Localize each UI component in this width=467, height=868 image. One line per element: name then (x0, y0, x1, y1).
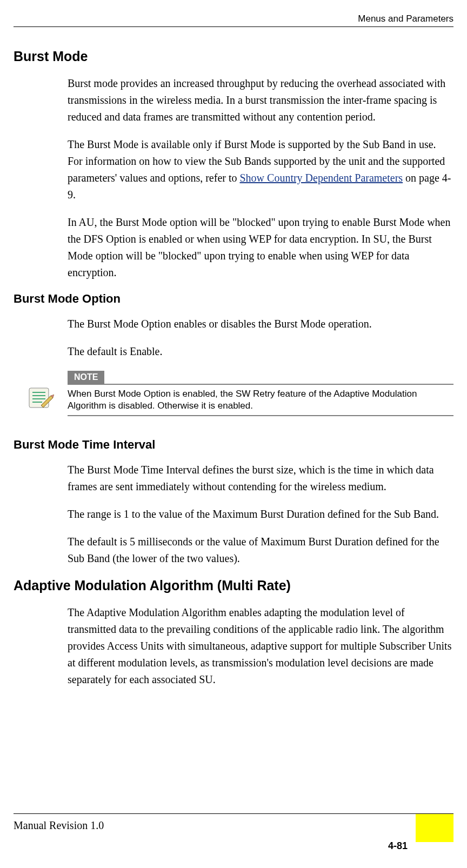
heading-adaptive-modulation: Adaptive Modulation Algorithm (Multi Rat… (14, 578, 453, 593)
page-footer: Manual Revision 1.0 4-81 (14, 812, 453, 852)
paragraph: The default is Enable. (68, 343, 453, 360)
paragraph: The default is 5 milliseconds or the val… (68, 533, 453, 567)
paragraph: The Burst Mode Time Interval defines the… (68, 462, 453, 495)
running-header: Menus and Parameters (14, 14, 453, 27)
note-box: NOTE When Burst Mode Option is enabled, … (14, 371, 453, 416)
heading-burst-mode-option: Burst Mode Option (14, 292, 453, 306)
paragraph: The Burst Mode is available only if Burs… (68, 136, 453, 203)
note-icon (27, 386, 54, 410)
note-label: NOTE (68, 371, 104, 384)
page-number: 4-81 (388, 840, 408, 852)
note-text: When Burst Mode Option is enabled, the S… (68, 384, 453, 416)
paragraph: In AU, the Burst Mode option will be "bl… (68, 214, 453, 281)
page-tab (416, 814, 453, 852)
paragraph: The range is 1 to the value of the Maxim… (68, 506, 453, 523)
paragraph: The Burst Mode Option enables or disable… (68, 316, 453, 332)
paragraph: Burst mode provides an increased through… (68, 75, 453, 125)
heading-burst-mode-time-interval: Burst Mode Time Interval (14, 438, 453, 452)
paragraph: The Adaptive Modulation Algorithm enable… (68, 604, 453, 688)
link-show-country-dependent-parameters[interactable]: Show Country Dependent Parameters (240, 172, 403, 184)
footer-revision: Manual Revision 1.0 (14, 819, 104, 832)
heading-burst-mode: Burst Mode (14, 49, 453, 64)
